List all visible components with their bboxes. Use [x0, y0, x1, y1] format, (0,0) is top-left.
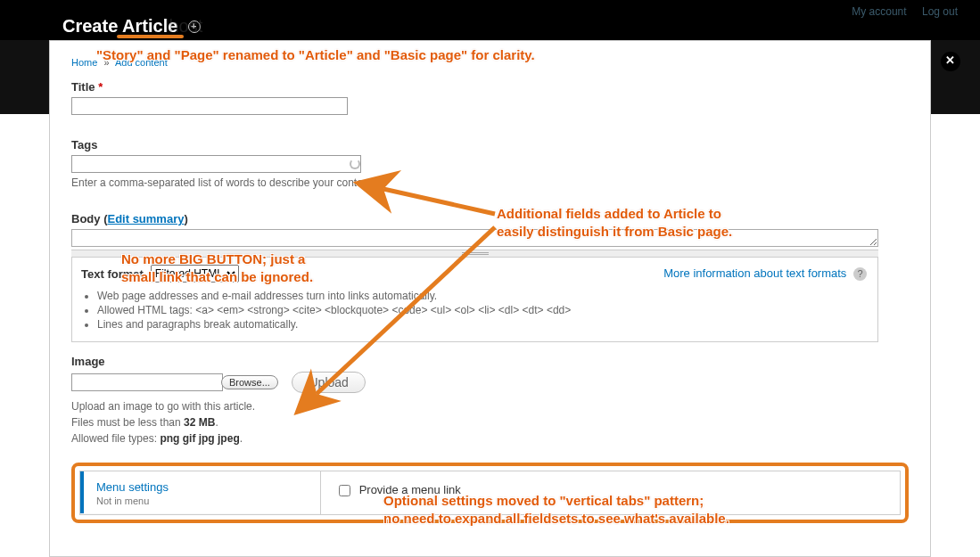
- required-mark: *: [98, 80, 103, 94]
- tags-wrap: [71, 155, 366, 173]
- image-desc-line2b: 32 MB: [184, 416, 215, 429]
- image-desc-line2a: Files must be less than: [71, 416, 184, 429]
- provide-menu-link-row[interactable]: Provide a menu link: [335, 483, 461, 496]
- body-label: Body (Edit summary): [71, 212, 909, 225]
- provide-menu-link-checkbox[interactable]: [339, 485, 350, 496]
- format-bullet-list: Web page addresses and e-mail addresses …: [97, 290, 869, 331]
- log-out-link[interactable]: Log out: [922, 5, 958, 18]
- image-desc-line1: Upload an image to go with this article.: [71, 400, 255, 413]
- vertical-tabs-sidebar: Menu settings Not in menu: [80, 471, 321, 514]
- help-icon: ?: [853, 267, 867, 281]
- text-format-select[interactable]: Filtered HTML: [151, 265, 239, 283]
- text-format-label: Text format: [81, 267, 144, 281]
- loading-icon: [350, 159, 360, 169]
- title-label: Title *: [71, 80, 909, 94]
- my-account-link[interactable]: My account: [852, 5, 906, 18]
- image-label: Image: [71, 355, 909, 368]
- annotation-underline: [117, 35, 184, 38]
- text-format-box: Text format Filtered HTML More informati…: [71, 257, 878, 342]
- vertical-tabs: Menu settings Not in menu Provide a menu…: [79, 471, 901, 515]
- browse-button[interactable]: Browse...: [221, 375, 278, 389]
- image-desc-line3b: png gif jpg jpeg: [160, 432, 239, 445]
- upload-button[interactable]: Upload: [292, 372, 365, 393]
- vtab-title: Menu settings: [96, 480, 308, 494]
- vertical-tabs-panel: Provide a menu link: [321, 471, 900, 514]
- image-description: Upload an image to go with this article.…: [71, 398, 909, 446]
- vertical-tabs-highlight: Menu settings Not in menu Provide a menu…: [71, 463, 909, 523]
- page-title-text: Create Article: [62, 16, 177, 36]
- resize-handle[interactable]: [71, 250, 878, 257]
- modal: Home » Add content Title * Tags Enter a …: [49, 40, 931, 557]
- tags-label: Tags: [71, 138, 909, 152]
- body-textarea[interactable]: [71, 229, 878, 247]
- format-help-link[interactable]: More information about text formats ?: [663, 266, 867, 281]
- format-bullet: Web page addresses and e-mail addresses …: [97, 290, 869, 302]
- provide-menu-link-label: Provide a menu link: [359, 483, 461, 496]
- tags-description: Enter a comma-separated list of words to…: [71, 176, 909, 189]
- tags-input[interactable]: [71, 155, 361, 173]
- breadcrumb-home[interactable]: Home: [71, 57, 97, 68]
- close-icon[interactable]: [941, 52, 960, 71]
- format-bullet: Lines and paragraphs break automatically…: [97, 318, 869, 331]
- ghost-host: lhost: [165, 16, 202, 37]
- body-label-text: Body: [71, 212, 101, 225]
- paren-close: ): [184, 212, 187, 225]
- edit-summary-link[interactable]: Edit summary: [107, 212, 184, 225]
- title-label-text: Title: [71, 80, 95, 94]
- vtab-subtitle: Not in menu: [96, 496, 308, 506]
- image-desc-line3a: Allowed file types:: [71, 432, 160, 445]
- breadcrumb-add-content[interactable]: Add content: [115, 57, 168, 68]
- breadcrumb: Home » Add content: [71, 57, 909, 68]
- vtab-menu-settings[interactable]: Menu settings Not in menu: [80, 471, 320, 513]
- format-bullet: Allowed HTML tags: <a> <em> <strong> <ci…: [97, 304, 869, 316]
- image-file-input[interactable]: [71, 373, 223, 391]
- account-links: My account Log out: [839, 5, 958, 18]
- format-help-text: More information about text formats: [663, 266, 846, 280]
- breadcrumb-sep: »: [103, 57, 109, 68]
- title-input[interactable]: [71, 97, 348, 115]
